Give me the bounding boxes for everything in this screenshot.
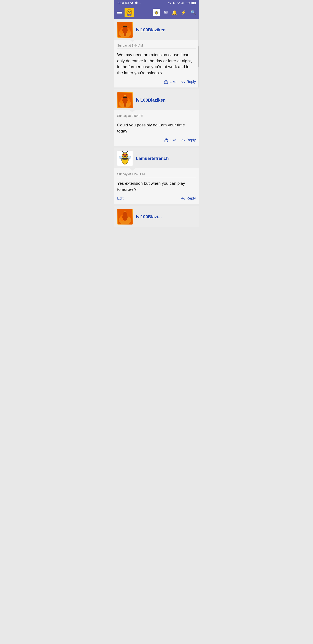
reply-button-1[interactable]: Reply	[181, 80, 196, 84]
svg-rect-40	[125, 26, 127, 28]
lamuerte-avatar-img	[118, 151, 132, 166]
blaziken-avatar-img	[118, 22, 132, 37]
message-text-3: Yes extension but when you can play tomo…	[117, 177, 196, 195]
reply-icon-3	[181, 196, 185, 200]
scroll-thumb-1	[198, 46, 199, 67]
reply-label-3: Reply	[187, 196, 196, 200]
nav-bar: ✉ 🔔 ⚡ 🔍	[114, 6, 199, 19]
timestamp-2: Sunday at 9:59 PM	[117, 112, 196, 119]
mail-icon[interactable]: ✉	[164, 10, 168, 15]
site-logo[interactable]	[125, 8, 134, 17]
nav-avatar-image	[153, 9, 160, 16]
svg-rect-39	[123, 26, 125, 28]
svg-rect-43	[125, 33, 126, 36]
nav-right: ✉ 🔔 ⚡ 🔍	[153, 9, 196, 16]
like-icon-1	[164, 80, 168, 84]
svg-rect-59	[124, 104, 125, 106]
message-card-1: lvl100Blaziken Sunday at 9:44 AM We may …	[114, 19, 199, 88]
svg-rect-56	[123, 96, 125, 98]
user-avatar-2	[117, 92, 133, 108]
message-text-1: We may need an extension cause I can onl…	[117, 49, 196, 78]
like-icon-2	[164, 138, 168, 142]
svg-rect-0	[125, 2, 128, 4]
time: 21:53	[117, 1, 124, 4]
battery-percent: 73%	[185, 2, 190, 4]
reply-button-3[interactable]: Reply	[181, 196, 196, 200]
edit-button-3[interactable]: Edit	[117, 196, 123, 200]
partial-username: lvl100Blazi...	[136, 214, 162, 219]
username-2: lvl100Blaziken	[136, 98, 166, 103]
message-body-3: Sunday at 11:43 PM Yes extension but whe…	[114, 170, 199, 204]
svg-point-16	[127, 10, 131, 14]
username-3: Lamuertefrench	[136, 156, 169, 161]
svg-rect-7	[182, 3, 182, 4]
svg-point-17	[128, 11, 129, 12]
svg-rect-2	[126, 2, 128, 2]
message-card-2: lvl100Blaziken Sunday at 9:59 PM Could y…	[114, 89, 199, 146]
content: lvl100Blaziken Sunday at 9:44 AM We may …	[114, 19, 199, 227]
reply-icon-1	[181, 80, 185, 84]
reply-icon-2	[181, 138, 185, 142]
snapchat-icon	[135, 1, 138, 4]
svg-rect-8	[182, 2, 183, 4]
logo-image	[125, 8, 134, 17]
nav-left	[117, 8, 134, 17]
like-label-2: Like	[170, 138, 176, 142]
svg-rect-11	[192, 2, 195, 4]
nav-avatar[interactable]	[153, 9, 160, 16]
chevron-3	[130, 168, 135, 170]
message-text-2: Could you possibly do 1am your time toda…	[117, 119, 196, 137]
wifi-icon	[177, 2, 180, 4]
search-icon[interactable]: 🔍	[190, 10, 196, 15]
svg-rect-42	[124, 33, 125, 36]
more-dots: ···	[139, 1, 142, 4]
lightning-icon[interactable]: ⚡	[181, 10, 187, 15]
svg-point-20	[130, 11, 131, 12]
svg-point-19	[128, 11, 129, 12]
message-actions-3: Edit Reply	[117, 195, 196, 204]
status-left: 21:53 ···	[117, 1, 141, 4]
svg-rect-57	[125, 96, 127, 98]
edit-label-3: Edit	[117, 196, 123, 200]
svg-point-18	[130, 11, 131, 12]
alarm-icon	[168, 2, 171, 4]
reply-label-2: Reply	[187, 138, 196, 142]
timestamp-3: Sunday at 11:43 PM	[117, 170, 196, 177]
partial-avatar	[117, 209, 133, 224]
message-header-1: lvl100Blaziken	[114, 19, 199, 40]
like-label-1: Like	[170, 80, 176, 84]
like-button-2[interactable]: Like	[164, 138, 176, 142]
user-avatar-1	[117, 22, 133, 38]
chevron-1	[130, 40, 135, 42]
like-button-1[interactable]: Like	[164, 80, 176, 84]
username-1: lvl100Blaziken	[136, 28, 166, 32]
svg-point-77	[128, 151, 128, 152]
message-header-2: lvl100Blaziken	[114, 89, 199, 110]
message-actions-1: Like Reply	[117, 78, 196, 88]
message-actions-2: Like Reply	[117, 137, 196, 146]
svg-point-27	[156, 11, 156, 12]
message-card-3: Lamuertefrench Sunday at 11:43 PM Yes ex…	[114, 148, 199, 204]
chevron-2	[130, 110, 135, 112]
signal-icon	[181, 2, 184, 4]
status-bar: 21:53 ···	[114, 0, 199, 6]
hamburger-menu[interactable]	[117, 11, 122, 14]
twitter-icon	[130, 2, 133, 4]
bell-icon[interactable]: 🔔	[172, 10, 177, 15]
reply-button-2[interactable]: Reply	[181, 138, 196, 142]
message-body-1: Sunday at 9:44 AM We may need an extensi…	[114, 42, 199, 88]
mute-icon	[172, 2, 175, 4]
partial-message-card: lvl100Blazi...	[114, 206, 199, 227]
svg-point-73	[126, 154, 127, 154]
battery-icon	[192, 2, 196, 4]
svg-point-75	[122, 151, 123, 152]
blaziken-avatar-img-2	[118, 93, 132, 108]
svg-rect-6	[181, 3, 182, 4]
svg-point-1	[126, 2, 127, 4]
svg-point-82	[123, 212, 127, 216]
svg-point-72	[124, 154, 124, 154]
user-avatar-3	[117, 150, 133, 166]
svg-rect-9	[183, 2, 183, 4]
svg-point-22	[129, 15, 130, 16]
svg-point-28	[157, 11, 157, 12]
